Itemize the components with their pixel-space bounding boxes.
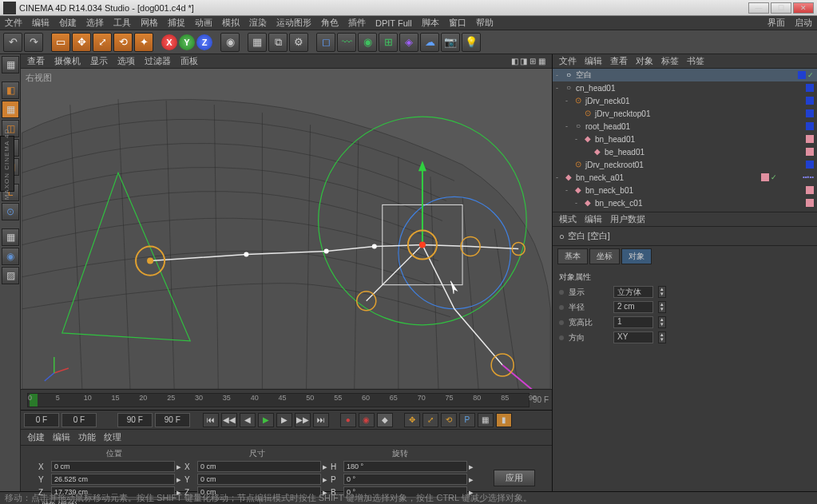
current-frame-input[interactable]: 0 F (61, 413, 97, 427)
end-frame-input[interactable]: 90 F (117, 413, 153, 427)
size-Y[interactable]: 0 cm (197, 474, 321, 485)
goto-start-button[interactable]: ⏮ (203, 413, 219, 427)
tree-item-jDrv_neckroot01[interactable]: ⊙jDrv_neckroot01 (553, 158, 817, 171)
cube-primitive[interactable]: ◻ (316, 33, 335, 52)
close-button[interactable]: ✕ (793, 2, 814, 14)
model-mode[interactable]: ◧ (2, 81, 19, 99)
vp-tab-显示[interactable]: 显示 (90, 55, 108, 67)
anim-mode-button[interactable]: ▮ (496, 413, 512, 427)
spinner[interactable]: ▴▾ (658, 286, 666, 298)
workplane-button[interactable]: ▦ (2, 228, 19, 246)
texture-mode[interactable]: ▦ (2, 101, 19, 118)
coord-system-button[interactable]: ◉ (220, 33, 240, 52)
last-tool[interactable]: ✦ (134, 33, 153, 52)
scale-tool[interactable]: ⤢ (93, 33, 112, 52)
array-button[interactable]: ⊞ (379, 33, 398, 52)
attr-tab-用户数据[interactable]: 用户数据 (610, 213, 645, 225)
end-frame-input-2[interactable]: 90 F (155, 413, 190, 427)
prev-frame-button[interactable]: ◀ (240, 413, 256, 427)
tree-item-jDrv_necktop01[interactable]: ⊙jDrv_necktop01 (553, 107, 817, 120)
mat-tab-纹理[interactable]: 纹理 (104, 431, 121, 443)
goto-end-button[interactable]: ⏭ (313, 413, 329, 427)
select-tool[interactable]: ▭ (51, 33, 70, 52)
tree-item-cn_head01[interactable]: -○cn_head01 (553, 81, 817, 94)
mat-tab-创建[interactable]: 创建 (27, 431, 45, 443)
light-button[interactable]: 💡 (462, 33, 481, 52)
menu-网格[interactable]: 网格 (141, 17, 158, 29)
tree-item-空白[interactable]: -○空白✓ (553, 69, 817, 81)
obj-tab-书签[interactable]: 书签 (687, 55, 704, 67)
pos-key-button[interactable]: ✥ (404, 413, 420, 427)
spinner[interactable]: ▴▾ (658, 316, 666, 328)
menu-帮助[interactable]: 帮助 (476, 17, 494, 29)
redo-button[interactable]: ↷ (24, 33, 43, 52)
vp-tab-面板[interactable]: 面板 (180, 55, 198, 67)
rot-key-button[interactable]: ⟲ (441, 413, 457, 427)
menu-动画[interactable]: 动画 (195, 17, 212, 29)
x-axis-toggle[interactable]: X (161, 34, 177, 50)
minimize-button[interactable]: — (748, 2, 769, 14)
rot-H[interactable]: 180 ° (343, 461, 467, 472)
tree-item-be_head01[interactable]: ◆be_head01 (553, 145, 817, 158)
maximize-button[interactable]: ☐ (771, 2, 791, 14)
tree-item-bn_head01[interactable]: -◆bn_head01 (553, 133, 817, 145)
vp-tab-过滤器[interactable]: 过滤器 (145, 55, 171, 67)
menu-创建[interactable]: 创建 (59, 17, 77, 29)
menu-窗口[interactable]: 窗口 (449, 17, 466, 29)
object-tree[interactable]: -○空白✓-○cn_head01-⊙jDrv_neck01⊙jDrv_neckt… (553, 69, 817, 212)
menu-DPIT Full[interactable]: DPIT Full (375, 18, 412, 28)
mat-tab-功能[interactable]: 功能 (78, 431, 96, 443)
menu-渲染[interactable]: 渲染 (249, 17, 267, 29)
menu-工具[interactable]: 工具 (113, 17, 131, 29)
viewport-icons[interactable]: ◧ ◨ ⊞ ▦ (511, 57, 545, 65)
move-tool[interactable]: ✥ (72, 33, 91, 52)
tree-item-bn_neck_b01[interactable]: -◆bn_neck_b01 (553, 184, 817, 196)
z-axis-toggle[interactable]: Z (196, 34, 212, 50)
menu-插件[interactable]: 插件 (348, 17, 366, 29)
subtab-坐标[interactable]: 坐标 (589, 248, 620, 264)
size-X[interactable]: 0 cm (197, 461, 321, 472)
attr-方向[interactable]: XY (613, 331, 653, 343)
y-axis-toggle[interactable]: Y (179, 34, 195, 50)
menu-运动图形[interactable]: 运动图形 (276, 17, 311, 29)
obj-tab-查看[interactable]: 查看 (610, 55, 628, 67)
pos-Y[interactable]: 26.525 cm (51, 474, 175, 485)
obj-tab-文件[interactable]: 文件 (559, 55, 577, 67)
timeline[interactable]: 051015202530354045505560657075808590 90 … (21, 389, 552, 410)
pos-X[interactable]: 0 cm (51, 461, 175, 472)
viewport[interactable]: 右视图 (21, 69, 552, 389)
menu-界面[interactable]: 界面 (767, 17, 785, 29)
keyframe-sel-button[interactable]: ◆ (377, 413, 393, 427)
environment-button[interactable]: ☁ (420, 33, 439, 52)
apply-button[interactable]: 应用 (494, 470, 535, 486)
subtab-对象[interactable]: 对象 (621, 248, 652, 264)
next-frame-button[interactable]: ▶ (276, 413, 292, 427)
attr-宽高比[interactable]: 1 (613, 316, 653, 328)
prev-key-button[interactable]: ◀◀ (221, 413, 237, 427)
deformer-button[interactable]: ◈ (399, 33, 418, 52)
menu-选择[interactable]: 选择 (86, 17, 104, 29)
menu-文件[interactable]: 文件 (5, 17, 22, 29)
render-settings-button[interactable]: ⚙ (289, 33, 308, 52)
vp-tab-查看[interactable]: 查看 (27, 55, 45, 67)
start-frame-input[interactable]: 0 F (24, 413, 59, 427)
tree-item-root_head01[interactable]: -○root_head01 (553, 120, 817, 133)
menu-模拟[interactable]: 模拟 (222, 17, 240, 29)
pla-key-button[interactable]: ▦ (478, 413, 494, 427)
spinner[interactable]: ▴▾ (658, 331, 666, 343)
menu-编辑[interactable]: 编辑 (32, 17, 50, 29)
tree-item-jDrv_neck01[interactable]: -⊙jDrv_neck01 (553, 94, 817, 107)
scale-key-button[interactable]: ⤢ (422, 413, 438, 427)
render-region-button[interactable]: ⧉ (268, 33, 288, 52)
tree-item-bn_neck_a01[interactable]: -◆bn_neck_a01✓••▪•• (553, 171, 817, 184)
obj-tab-标签[interactable]: 标签 (661, 55, 679, 67)
vp-tab-摄像机[interactable]: 摄像机 (54, 55, 81, 67)
param-key-button[interactable]: P (459, 413, 475, 427)
mat-tab-编辑[interactable]: 编辑 (53, 431, 70, 443)
attr-半径[interactable]: 2 cm (613, 301, 653, 313)
snap-button[interactable]: ⊙ (2, 203, 19, 220)
tree-item-bn_neck_c01[interactable]: -◆bn_neck_c01 (553, 196, 817, 209)
attr-tab-编辑[interactable]: 编辑 (585, 213, 602, 225)
attr-显示[interactable]: 立方体 (613, 286, 653, 298)
obj-tab-对象[interactable]: 对象 (636, 55, 653, 67)
